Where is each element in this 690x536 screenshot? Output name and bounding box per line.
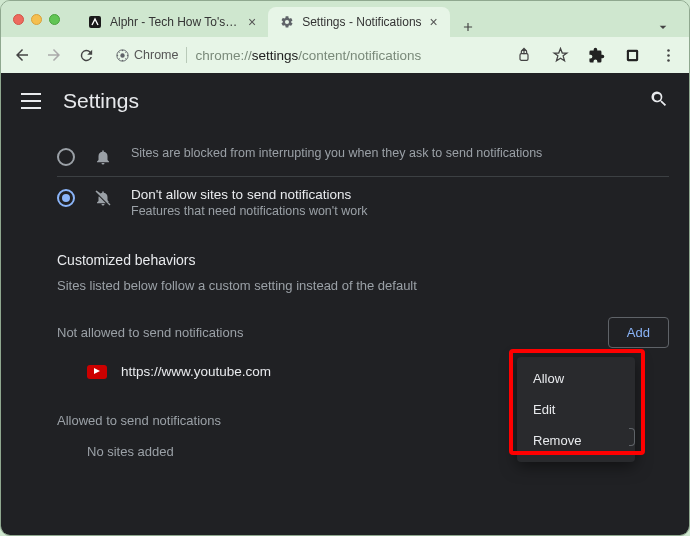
menu-item-remove[interactable]: Remove bbox=[517, 425, 635, 456]
address-bar[interactable]: Chrome chrome://settings/content/notific… bbox=[107, 41, 503, 69]
svg-point-2 bbox=[120, 53, 124, 57]
menu-item-edit[interactable]: Edit bbox=[517, 394, 635, 425]
svg-rect-5 bbox=[628, 51, 635, 58]
browser-menu-button[interactable] bbox=[657, 44, 679, 66]
settings-content: Settings Sites are blocked from interrup… bbox=[1, 73, 689, 536]
settings-appbar: Settings bbox=[1, 73, 689, 129]
option-subtitle: Sites are blocked from interrupting you … bbox=[131, 146, 542, 160]
radio-quieter-messaging[interactable]: Sites are blocked from interrupting you … bbox=[57, 135, 669, 176]
option-subtitle: Features that need notifications won't w… bbox=[131, 204, 368, 218]
customized-behaviors-section: Customized behaviors Sites listed below … bbox=[57, 228, 689, 293]
url-text: chrome://settings/content/notifications bbox=[195, 48, 421, 63]
tab-strip: Alphr - Tech How To's & Guide × Settings… bbox=[76, 1, 677, 37]
omnibox-divider bbox=[186, 47, 187, 63]
forward-button[interactable] bbox=[43, 44, 65, 66]
bell-icon bbox=[93, 148, 113, 166]
site-label: Chrome bbox=[134, 48, 178, 62]
window-minimize-button[interactable] bbox=[31, 14, 42, 25]
list-title: Not allowed to send notifications bbox=[57, 325, 243, 340]
section-subtitle: Sites listed below follow a custom setti… bbox=[57, 278, 669, 293]
section-title: Customized behaviors bbox=[57, 252, 669, 268]
menu-button[interactable] bbox=[21, 93, 41, 109]
radio-icon bbox=[57, 189, 75, 207]
browser-toolbar: Chrome chrome://settings/content/notific… bbox=[1, 37, 689, 73]
add-button[interactable]: Add bbox=[608, 317, 669, 348]
search-button[interactable] bbox=[649, 89, 669, 113]
window-close-button[interactable] bbox=[13, 14, 24, 25]
window-titlebar: Alphr - Tech How To's & Guide × Settings… bbox=[1, 1, 689, 37]
window-maximize-button[interactable] bbox=[49, 14, 60, 25]
svg-rect-3 bbox=[520, 54, 528, 61]
tabs-overflow-button[interactable] bbox=[653, 17, 673, 37]
bookmark-button[interactable] bbox=[549, 44, 571, 66]
svg-point-8 bbox=[667, 59, 670, 62]
tab-title: Alphr - Tech How To's & Guide bbox=[110, 15, 240, 29]
radio-icon bbox=[57, 148, 75, 166]
alphr-favicon-icon bbox=[88, 15, 102, 29]
tab-title: Settings - Notifications bbox=[302, 15, 421, 29]
gear-icon bbox=[280, 15, 294, 29]
youtube-icon bbox=[87, 365, 107, 379]
site-context-menu: Allow Edit Remove bbox=[517, 357, 635, 462]
tab-settings[interactable]: Settings - Notifications × bbox=[268, 7, 450, 37]
tab-alphr[interactable]: Alphr - Tech How To's & Guide × bbox=[76, 7, 268, 37]
extensions-button[interactable] bbox=[585, 44, 607, 66]
account-button[interactable] bbox=[621, 44, 643, 66]
back-button[interactable] bbox=[11, 44, 33, 66]
page-title: Settings bbox=[63, 89, 139, 113]
reload-button[interactable] bbox=[75, 44, 97, 66]
traffic-lights bbox=[13, 14, 60, 25]
svg-point-6 bbox=[667, 49, 670, 52]
site-info-button[interactable]: Chrome bbox=[115, 48, 178, 63]
close-icon[interactable]: × bbox=[430, 14, 438, 30]
svg-point-7 bbox=[667, 54, 670, 57]
not-allowed-header: Not allowed to send notifications Add bbox=[57, 293, 689, 348]
close-icon[interactable]: × bbox=[248, 14, 256, 30]
option-title: Don't allow sites to send notifications bbox=[131, 187, 368, 202]
allowed-add-edge bbox=[629, 428, 635, 446]
site-url: https://www.youtube.com bbox=[121, 364, 271, 379]
bell-off-icon bbox=[93, 189, 113, 207]
list-title: Allowed to send notifications bbox=[57, 413, 221, 428]
new-tab-button[interactable] bbox=[458, 17, 478, 37]
radio-block-notifications[interactable]: Don't allow sites to send notifications … bbox=[57, 176, 669, 228]
share-button[interactable] bbox=[513, 44, 535, 66]
menu-item-allow[interactable]: Allow bbox=[517, 363, 635, 394]
